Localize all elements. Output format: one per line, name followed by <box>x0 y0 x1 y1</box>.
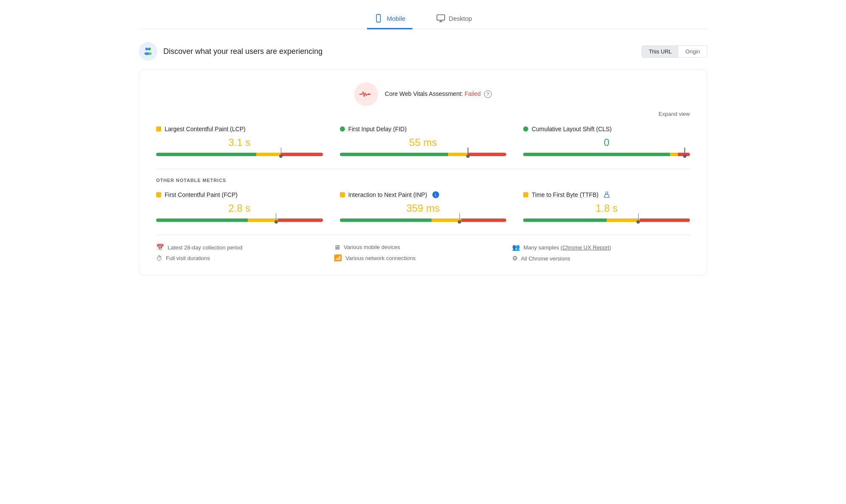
metric-cls: Cumulative Layout Shift (CLS) 0 <box>523 126 690 156</box>
expand-view: Expand view <box>156 110 690 117</box>
metric-link-cls[interactable]: Cumulative Layout Shift (CLS) <box>532 126 611 132</box>
metric-link-fid[interactable]: First Input Delay (FID) <box>348 126 407 132</box>
main-card: Core Web Vitals Assessment: Failed ? Exp… <box>139 69 707 275</box>
tab-desktop[interactable]: Desktop <box>429 8 479 29</box>
footer-item-devices: 🖥 Various mobile devices <box>334 244 512 251</box>
vitals-icon <box>359 90 373 99</box>
metric-dot-ttfb <box>523 192 528 197</box>
origin-button[interactable]: Origin <box>678 46 707 57</box>
metric-dot-cls <box>523 126 528 132</box>
core-metrics-grid: Largest Contentful Paint (LCP) 3.1 s Fir… <box>156 126 690 156</box>
footer-duration-text: Full visit durations <box>166 255 210 261</box>
svg-point-8 <box>147 52 152 55</box>
progress-marker-cls <box>683 148 686 158</box>
footer-item-duration: ⏱ Full visit durations <box>156 255 334 262</box>
tab-mobile-label: Mobile <box>387 15 405 22</box>
bar-red-lcp <box>281 153 322 156</box>
info-icon[interactable]: i <box>432 191 439 198</box>
metric-label-lcp: Largest Contentful Paint (LCP) <box>156 126 323 132</box>
metric-value-ttfb: 1.8 s <box>523 202 690 214</box>
wifi-icon: 📶 <box>334 254 342 262</box>
metric-dot-fid <box>340 126 345 132</box>
chrome-ux-report-link[interactable]: Chrome UX Report <box>562 244 609 251</box>
footer-network-text: Various network connections <box>345 255 415 261</box>
page-header: Discover what your real users are experi… <box>139 42 707 61</box>
metric-label-ttfb: Time to First Byte (TTFB) <box>523 191 690 198</box>
metric-link-lcp[interactable]: Largest Contentful Paint (LCP) <box>165 126 246 132</box>
metric-value-fid: 55 ms <box>340 137 507 148</box>
metric-link-ttfb[interactable]: Time to First Byte (TTFB) <box>532 191 598 198</box>
progress-bar-fcp <box>156 218 323 222</box>
metric-link-fcp[interactable]: First Contentful Paint (FCP) <box>165 191 238 198</box>
header-title: Discover what your real users are experi… <box>163 47 322 56</box>
progress-bar-inp <box>340 218 507 222</box>
timer-icon: ⏱ <box>156 255 162 262</box>
footer-chrome-text: All Chrome versions <box>521 255 570 262</box>
bar-orange-inp <box>431 218 462 222</box>
metric-value-inp: 359 ms <box>340 202 507 214</box>
marker-line-inp <box>459 213 460 219</box>
footer-period-text: Latest 28-day collection period <box>168 244 242 251</box>
marker-circle-fcp <box>275 220 278 224</box>
metric-link-inp[interactable]: Interaction to Next Paint (INP) <box>348 191 427 198</box>
bar-red-ttfb <box>640 218 690 222</box>
assessment-icon-circle <box>354 82 378 106</box>
this-url-button[interactable]: This URL <box>642 46 678 57</box>
expand-view-link[interactable]: Expand view <box>658 111 690 117</box>
metric-value-lcp: 3.1 s <box>156 137 323 148</box>
marker-circle-lcp <box>279 154 283 158</box>
progress-marker-ttfb <box>636 213 640 224</box>
metric-ttfb: Time to First Byte (TTFB) 1.8 s <box>523 191 690 222</box>
bar-green-ttfb <box>523 218 606 222</box>
progress-bar-fid <box>340 153 507 156</box>
bar-green-fcp <box>156 218 248 222</box>
metric-value-fcp: 2.8 s <box>156 202 323 214</box>
mobile-icon <box>374 14 383 23</box>
bar-orange-fcp <box>248 218 278 222</box>
devices-icon: 🖥 <box>334 244 340 251</box>
marker-circle-fid <box>466 154 470 158</box>
tab-mobile[interactable]: Mobile <box>367 8 412 29</box>
other-metrics-label: OTHER NOTABLE METRICS <box>156 178 690 183</box>
tab-bar: Mobile Desktop <box>139 8 707 29</box>
bar-orange-fid <box>448 153 468 156</box>
svg-point-5 <box>146 48 148 50</box>
bar-green-cls <box>523 153 670 156</box>
progress-track-fid <box>340 153 507 156</box>
help-icon[interactable]: ? <box>484 90 492 98</box>
desktop-icon <box>436 14 445 23</box>
progress-track-inp <box>340 218 507 222</box>
footer-grid: 📅 Latest 28-day collection period ⏱ Full… <box>156 235 690 262</box>
metric-label-fcp: First Contentful Paint (FCP) <box>156 191 323 198</box>
progress-bar-cls <box>523 153 690 156</box>
marker-line-cls <box>684 148 685 154</box>
assessment-status: Failed <box>465 90 481 97</box>
footer-col3: 👥 Many samples (Chrome UX Report) ⚙ All … <box>512 244 690 262</box>
metric-dot-inp <box>340 192 345 197</box>
progress-bar-lcp <box>156 153 323 156</box>
metric-label-fid: First Input Delay (FID) <box>340 126 507 132</box>
metric-value-cls: 0 <box>523 137 690 148</box>
progress-marker-lcp <box>279 148 283 158</box>
progress-track-fcp <box>156 218 323 222</box>
tab-desktop-label: Desktop <box>449 15 472 22</box>
header-icon <box>139 42 157 61</box>
svg-point-6 <box>148 48 151 50</box>
marker-circle-ttfb <box>636 220 640 224</box>
header-left: Discover what your real users are experi… <box>139 42 322 61</box>
bar-red-fid <box>468 153 506 156</box>
metric-label-cls: Cumulative Layout Shift (CLS) <box>523 126 690 132</box>
bar-orange-ttfb <box>607 218 640 222</box>
progress-marker-inp <box>458 213 461 224</box>
marker-circle-cls <box>683 154 686 158</box>
users-icon <box>143 46 154 57</box>
footer-samples-text: Many samples (Chrome UX Report) <box>524 244 611 251</box>
bar-green-inp <box>340 218 431 222</box>
progress-track-lcp <box>156 153 323 156</box>
metric-dot-lcp <box>156 126 161 132</box>
footer-item-network: 📶 Various network connections <box>334 254 512 262</box>
bar-red-inp <box>461 218 506 222</box>
calendar-icon: 📅 <box>156 244 164 251</box>
footer-devices-text: Various mobile devices <box>344 244 400 250</box>
progress-track-ttfb <box>523 218 690 222</box>
